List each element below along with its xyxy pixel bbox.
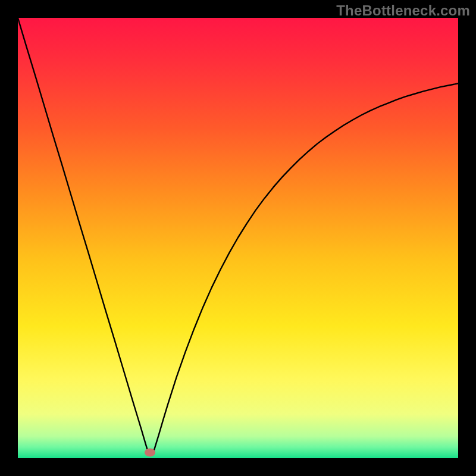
chart-frame: TheBottleneck.com	[0, 0, 476, 476]
optimal-point-marker	[145, 448, 155, 456]
bottleneck-chart	[18, 18, 458, 458]
watermark-label: TheBottleneck.com	[336, 2, 470, 19]
